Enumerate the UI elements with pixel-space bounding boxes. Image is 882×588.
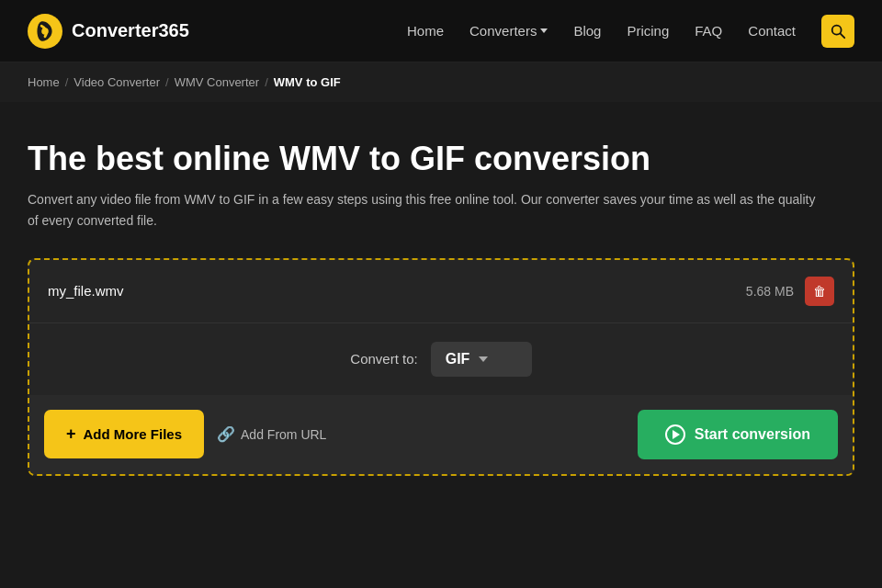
file-row: my_file.wmv 5.68 MB 🗑 [29, 260, 853, 323]
delete-file-button[interactable]: 🗑 [805, 277, 834, 306]
breadcrumb-sep-2: / [165, 75, 169, 89]
bottom-actions-row: + Add More Files 🔗 Add From URL Start co… [29, 395, 853, 474]
breadcrumb-video-converter[interactable]: Video Converter [74, 75, 160, 89]
format-chevron-icon [479, 356, 488, 362]
breadcrumb-sep-1: / [65, 75, 69, 89]
trash-icon: 🗑 [813, 284, 826, 299]
page-description: Convert any video file from WMV to GIF i… [28, 189, 818, 231]
nav-converters[interactable]: Converters [469, 23, 548, 39]
nav-faq[interactable]: FAQ [695, 23, 722, 39]
breadcrumb-home[interactable]: Home [28, 75, 60, 89]
nav-blog[interactable]: Blog [573, 23, 601, 39]
convert-to-row: Convert to: GIF [29, 323, 853, 395]
file-meta: 5.68 MB 🗑 [746, 277, 834, 306]
logo[interactable]: Converter365 [28, 14, 189, 49]
start-conversion-button[interactable]: Start conversion [638, 410, 838, 459]
file-name: my_file.wmv [48, 283, 124, 299]
search-button[interactable] [821, 15, 854, 48]
breadcrumb: Home / Video Converter / WMV Converter /… [0, 62, 882, 102]
converters-chevron-icon [540, 28, 548, 33]
bottom-left-actions: + Add More Files 🔗 Add From URL [44, 410, 326, 458]
page-title: The best online WMV to GIF conversion [28, 139, 854, 178]
logo-icon [28, 14, 62, 49]
breadcrumb-current: WMV to GIF [274, 75, 341, 89]
svg-line-3 [841, 33, 845, 38]
add-from-url-button[interactable]: 🔗 Add From URL [217, 425, 326, 443]
add-url-label: Add From URL [241, 427, 326, 442]
format-value: GIF [446, 351, 470, 368]
converter-box: my_file.wmv 5.68 MB 🗑 Convert to: GIF [28, 258, 854, 476]
breadcrumb-sep-3: / [265, 75, 268, 89]
link-icon: 🔗 [217, 425, 235, 443]
nav-pricing[interactable]: Pricing [627, 23, 669, 39]
play-circle-icon [665, 424, 685, 445]
svg-point-1 [41, 28, 49, 35]
add-more-files-button[interactable]: + Add More Files [44, 410, 204, 458]
start-label: Start conversion [695, 426, 810, 443]
nav-contact[interactable]: Contact [748, 23, 796, 39]
search-icon [830, 23, 846, 40]
file-size: 5.68 MB [746, 284, 794, 299]
nav-home[interactable]: Home [407, 23, 444, 39]
main-nav: Home Converters Blog Pricing FAQ Contact [407, 15, 854, 48]
main-content: The best online WMV to GIF conversion Co… [0, 102, 882, 503]
format-select[interactable]: GIF [431, 342, 532, 377]
play-triangle-icon [673, 430, 680, 439]
plus-icon: + [66, 424, 76, 444]
add-more-label: Add More Files [84, 426, 183, 442]
convert-to-label: Convert to: [350, 351, 417, 367]
logo-text: Converter365 [72, 20, 189, 41]
breadcrumb-wmv-converter[interactable]: WMV Converter [175, 75, 259, 89]
